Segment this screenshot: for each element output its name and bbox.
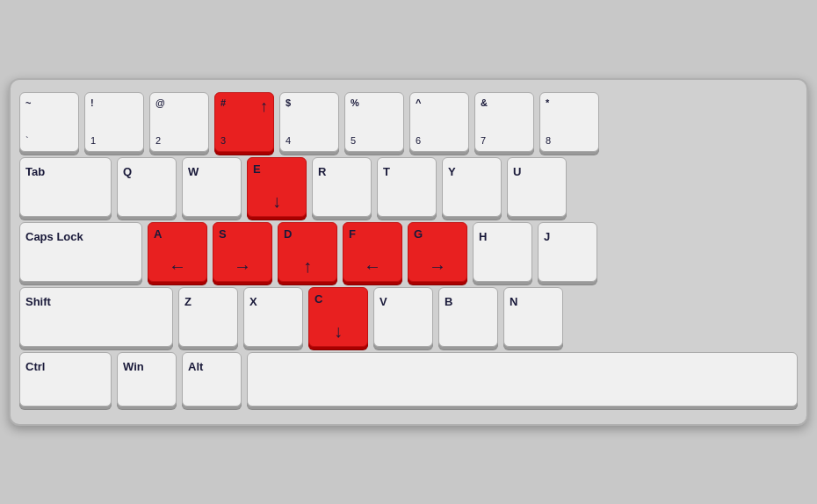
key-j[interactable]: J bbox=[538, 222, 597, 282]
key-z[interactable]: Z bbox=[178, 287, 238, 347]
key-u[interactable]: U bbox=[507, 157, 567, 217]
key-h[interactable]: H bbox=[473, 222, 532, 282]
key-s[interactable]: S → bbox=[213, 222, 272, 282]
keyboard: ~ ` ! 1 @ 2 # ↑ 3 $ 4 % 5 ^ 6 bbox=[9, 78, 808, 426]
key-g[interactable]: G → bbox=[408, 222, 467, 282]
key-r[interactable]: R bbox=[312, 157, 372, 217]
key-w[interactable]: W bbox=[182, 157, 242, 217]
key-tilde[interactable]: ~ ` bbox=[19, 92, 79, 152]
key-capslock[interactable]: Caps Lock bbox=[19, 222, 142, 282]
row-bottom: Ctrl Win Alt bbox=[19, 352, 798, 407]
key-3[interactable]: # ↑ 3 bbox=[214, 92, 274, 152]
key-1[interactable]: ! 1 bbox=[84, 92, 144, 152]
key-e[interactable]: E ↓ bbox=[247, 157, 307, 217]
key-5[interactable]: % 5 bbox=[344, 92, 404, 152]
key-2[interactable]: @ 2 bbox=[149, 92, 209, 152]
key-n[interactable]: N bbox=[503, 287, 563, 347]
row-asdf: Caps Lock A ← S → D ↑ F ← G → H J bbox=[19, 222, 798, 282]
key-tab[interactable]: Tab bbox=[19, 157, 112, 217]
key-c[interactable]: C ↓ bbox=[308, 287, 368, 347]
key-space[interactable] bbox=[247, 352, 798, 407]
key-f[interactable]: F ← bbox=[343, 222, 402, 282]
key-a[interactable]: A ← bbox=[148, 222, 207, 282]
key-8[interactable]: * 8 bbox=[539, 92, 599, 152]
key-d[interactable]: D ↑ bbox=[278, 222, 337, 282]
key-q[interactable]: Q bbox=[117, 157, 177, 217]
key-b[interactable]: B bbox=[438, 287, 498, 347]
key-6[interactable]: ^ 6 bbox=[409, 92, 469, 152]
key-alt[interactable]: Alt bbox=[182, 352, 242, 407]
key-x[interactable]: X bbox=[243, 287, 303, 347]
key-win[interactable]: Win bbox=[117, 352, 177, 407]
row-zxcv: Shift Z X C ↓ V B N bbox=[19, 287, 798, 347]
key-shift[interactable]: Shift bbox=[19, 287, 173, 347]
key-7[interactable]: & 7 bbox=[474, 92, 534, 152]
row-numbers: ~ ` ! 1 @ 2 # ↑ 3 $ 4 % 5 ^ 6 bbox=[19, 92, 798, 152]
row-qwerty: Tab Q W E ↓ R T Y U bbox=[19, 157, 798, 217]
key-v[interactable]: V bbox=[373, 287, 433, 347]
key-t[interactable]: T bbox=[377, 157, 437, 217]
key-4[interactable]: $ 4 bbox=[279, 92, 339, 152]
key-ctrl[interactable]: Ctrl bbox=[19, 352, 112, 407]
key-y[interactable]: Y bbox=[442, 157, 502, 217]
